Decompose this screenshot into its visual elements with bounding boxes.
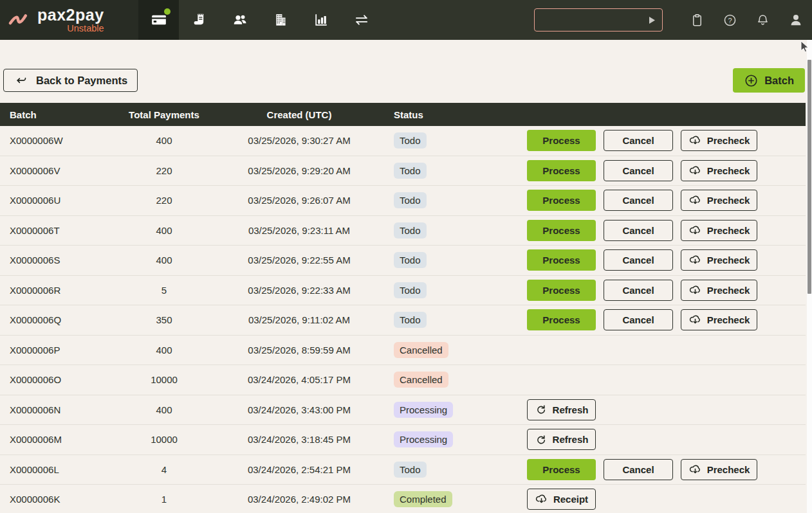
brand-logo[interactable]: pax2pay Unstable <box>0 0 138 40</box>
process-button-label: Process <box>542 135 580 146</box>
row-actions: Receipt <box>521 489 806 510</box>
user-icon <box>788 12 804 28</box>
process-button[interactable]: Process <box>527 309 596 330</box>
precheck-button-label: Precheck <box>707 195 750 206</box>
cancel-button[interactable]: Cancel <box>604 249 673 271</box>
precheck-button-label: Precheck <box>707 165 750 176</box>
precheck-button[interactable]: Precheck <box>681 130 757 151</box>
precheck-button[interactable]: Precheck <box>681 280 757 301</box>
brand-name: pax2pay <box>37 7 104 23</box>
row-actions: ProcessCancel Precheck <box>521 190 806 211</box>
status-cell: Todo <box>392 163 521 179</box>
cancel-button[interactable]: Cancel <box>604 160 673 181</box>
precheck-button-label: Precheck <box>707 135 750 146</box>
nav-item-reports[interactable] <box>300 0 341 40</box>
row-actions: ProcessCancel Precheck <box>521 160 806 181</box>
search-input[interactable] <box>535 15 646 25</box>
cancel-button[interactable]: Cancel <box>604 220 673 241</box>
nav-item-cards[interactable] <box>138 0 179 40</box>
batch-id: X0000006W <box>0 135 122 146</box>
table-row: X0000006V22003/25/2026, 9:29:20 AMTodoPr… <box>0 156 806 186</box>
clipboard-button[interactable] <box>681 13 714 28</box>
cancel-button[interactable]: Cancel <box>604 130 673 151</box>
notifications-button[interactable] <box>746 13 779 28</box>
process-button[interactable]: Process <box>527 459 596 480</box>
card-icon <box>151 12 167 28</box>
cancel-button[interactable]: Cancel <box>604 190 673 211</box>
total-payments-value: 220 <box>122 195 206 206</box>
pax2pay-logo-icon <box>6 11 32 29</box>
process-button[interactable]: Process <box>527 249 596 271</box>
nav-item-organisations[interactable] <box>260 0 300 40</box>
table-row: X0000006U22003/25/2026, 9:26:07 AMTodoPr… <box>0 186 806 216</box>
status-badge: Completed <box>394 491 452 507</box>
cloud-download-icon <box>535 492 548 506</box>
cancel-button[interactable]: Cancel <box>604 459 673 480</box>
created-timestamp: 03/24/2026, 4:05:17 PM <box>206 374 392 385</box>
cancel-button[interactable]: Cancel <box>604 280 673 301</box>
nav-item-users[interactable] <box>219 0 260 40</box>
table-row: X0000006P40003/25/2026, 8:59:59 AMCancel… <box>0 336 806 366</box>
help-button[interactable]: ? <box>714 13 746 28</box>
process-button[interactable]: Process <box>527 280 596 301</box>
page-toolbar: Back to Payments Batch <box>3 68 805 93</box>
column-header-created: Created (UTC) <box>206 109 392 120</box>
profile-button[interactable] <box>779 12 812 28</box>
vertical-scrollbar[interactable] <box>807 40 812 513</box>
precheck-button-label: Precheck <box>707 285 750 296</box>
receipt-button[interactable]: Receipt <box>527 489 596 510</box>
notification-dot <box>164 8 171 15</box>
batch-id: X0000006L <box>0 464 122 475</box>
precheck-button[interactable]: Precheck <box>681 249 757 271</box>
refresh-button[interactable]: Refresh <box>527 399 596 420</box>
total-payments-value: 400 <box>122 135 206 146</box>
status-cell: Cancelled <box>392 372 521 388</box>
table-row: X0000006K103/24/2026, 2:49:02 PMComplete… <box>0 485 806 513</box>
status-cell: Todo <box>392 312 521 328</box>
precheck-button[interactable]: Precheck <box>681 309 757 330</box>
row-actions: ProcessCancel Precheck <box>521 459 806 480</box>
batch-id: X0000006M <box>0 434 122 445</box>
cloud-download-icon <box>688 134 702 147</box>
batch-button-label: Batch <box>764 75 794 87</box>
batch-id: X0000006T <box>0 225 122 236</box>
precheck-button-label: Precheck <box>707 255 750 266</box>
status-badge: Todo <box>394 192 427 208</box>
nav-item-transfers[interactable] <box>341 0 382 40</box>
process-button-label: Process <box>542 225 580 236</box>
scrollbar-thumb[interactable] <box>807 60 811 294</box>
back-to-payments-button[interactable]: Back to Payments <box>3 69 138 92</box>
batch-id: X0000006N <box>0 404 122 415</box>
search-submit-button[interactable] <box>646 16 662 24</box>
total-payments-value: 10000 <box>122 374 206 385</box>
cancel-button[interactable]: Cancel <box>604 309 673 330</box>
status-cell: Todo <box>392 222 521 239</box>
row-actions: ProcessCancel Precheck <box>521 220 806 241</box>
batch-id: X0000006R <box>0 285 122 296</box>
precheck-button[interactable]: Precheck <box>681 190 757 211</box>
precheck-button-label: Precheck <box>707 314 750 325</box>
table-header: Batch Total Payments Created (UTC) Statu… <box>0 103 806 126</box>
status-cell: Processing <box>392 431 521 447</box>
process-button[interactable]: Process <box>527 190 596 211</box>
batch-id: X0000006Q <box>0 314 122 325</box>
precheck-button[interactable]: Precheck <box>681 459 757 480</box>
back-button-label: Back to Payments <box>36 75 127 87</box>
cancel-button-label: Cancel <box>622 464 654 475</box>
status-badge: Todo <box>394 282 427 298</box>
nav-item-receipts[interactable] <box>179 0 219 40</box>
refresh-button[interactable]: Refresh <box>527 429 596 450</box>
cancel-button-label: Cancel <box>622 285 654 296</box>
precheck-button[interactable]: Precheck <box>681 220 757 241</box>
add-batch-button[interactable]: Batch <box>733 68 805 93</box>
clipboard-icon <box>690 13 705 28</box>
process-button[interactable]: Process <box>527 130 596 151</box>
status-badge: Todo <box>394 222 427 239</box>
receipt-icon <box>191 12 208 28</box>
created-timestamp: 03/24/2026, 3:43:00 PM <box>206 404 392 415</box>
total-payments-value: 400 <box>122 345 206 356</box>
process-button[interactable]: Process <box>527 220 596 241</box>
process-button[interactable]: Process <box>527 160 596 181</box>
users-icon <box>232 12 248 28</box>
precheck-button[interactable]: Precheck <box>681 160 757 181</box>
